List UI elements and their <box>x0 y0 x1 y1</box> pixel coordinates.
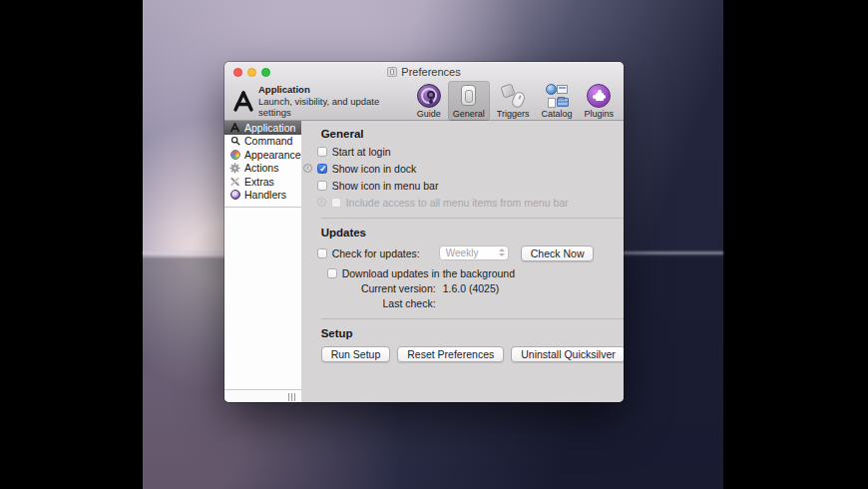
sidebar-item-appearance[interactable]: Appearance <box>224 148 301 162</box>
setting-row-check-for-updates: Check for updates: Weekly Check Now <box>321 244 624 261</box>
run-setup-button[interactable]: Run Setup <box>321 346 391 362</box>
info-icon[interactable]: i <box>303 164 312 173</box>
setting-row-include-access: i Include access to all menu items from … <box>335 197 624 208</box>
section-divider <box>321 318 624 319</box>
setting-row-download-updates: Download updates in the background <box>331 267 624 278</box>
search-icon <box>229 136 240 147</box>
guide-icon <box>417 84 441 108</box>
minimize-button[interactable] <box>247 68 256 77</box>
last-check-row: Last check: <box>321 297 624 308</box>
sidebar-scrollbar[interactable] <box>224 389 301 402</box>
info-icon: i <box>317 198 326 207</box>
update-frequency-select: Weekly <box>439 245 509 260</box>
show-icon-in-menu-bar-checkbox[interactable] <box>317 181 327 191</box>
toolbar: Application Launch, visibility, and upda… <box>224 82 624 120</box>
application-icon <box>232 89 254 113</box>
sidebar-item-handlers[interactable]: Handlers <box>224 189 301 203</box>
toolbar-item-triggers[interactable]: Triggers <box>492 81 535 121</box>
current-version-value: 1.6.0 (4025) <box>443 282 500 294</box>
pane-title: Application <box>258 84 412 95</box>
application-icon <box>229 122 240 133</box>
toolbar-items: Guide General Triggers <box>412 81 619 121</box>
toolbar-item-catalog[interactable]: Catalog <box>536 81 577 121</box>
window-title: Preferences <box>401 66 460 78</box>
section-title-general: General <box>321 128 624 140</box>
plugins-icon <box>587 84 611 108</box>
check-now-button[interactable]: Check Now <box>521 245 595 261</box>
color-wheel-icon <box>229 149 240 160</box>
zoom-button[interactable] <box>261 68 270 77</box>
traffic-lights <box>233 62 270 82</box>
tools-icon <box>229 176 240 187</box>
sidebar-item-command[interactable]: Command <box>224 135 301 149</box>
setup-buttons: Run Setup Reset Preferences Uninstall Qu… <box>321 346 624 362</box>
catalog-icon <box>545 84 569 108</box>
setting-row-show-icon-in-menu-bar: Show icon in menu bar <box>321 180 624 191</box>
window-header: Preferences Application Launch, vis <box>224 62 624 121</box>
toolbar-item-guide[interactable]: Guide <box>412 81 446 121</box>
resize-grip-icon[interactable] <box>288 393 297 401</box>
toolbar-item-plugins[interactable]: Plugins <box>579 81 619 121</box>
sidebar-list: Application Command Appearance <box>224 121 301 208</box>
reset-preferences-button[interactable]: Reset Preferences <box>397 346 504 362</box>
window-proxy-icon <box>387 67 397 77</box>
close-button[interactable] <box>233 68 242 77</box>
setting-row-show-icon-in-dock: i Show icon in dock <box>321 163 624 174</box>
setting-row-start-at-login: Start at login <box>321 146 624 157</box>
sidebar-item-actions[interactable]: Actions <box>224 162 301 176</box>
general-icon <box>457 84 481 108</box>
section-divider <box>321 218 624 219</box>
triggers-icon <box>501 84 525 108</box>
start-at-login-checkbox[interactable] <box>317 147 327 157</box>
settings-pane: General Start at login i Show icon in do… <box>301 121 624 402</box>
preferences-window: Preferences Application Launch, vis <box>224 62 624 402</box>
uninstall-quicksilver-button[interactable]: Uninstall Quicksilver <box>511 346 624 362</box>
title-group: Preferences <box>387 66 460 78</box>
stepper-icon <box>499 248 505 256</box>
sidebar: Application Command Appearance <box>224 121 301 402</box>
pane-info: Application Launch, visibility, and upda… <box>232 84 412 118</box>
handlers-icon <box>229 190 240 201</box>
titlebar: Preferences <box>224 62 624 82</box>
toolbar-item-general[interactable]: General <box>448 81 490 121</box>
download-updates-checkbox[interactable] <box>327 268 337 278</box>
section-title-setup: Setup <box>321 327 624 339</box>
check-for-updates-checkbox[interactable] <box>317 248 327 258</box>
section-title-updates: Updates <box>321 227 624 239</box>
pane-subtitle: Launch, visibility, and update settings <box>258 96 412 118</box>
sidebar-item-extras[interactable]: Extras <box>224 175 301 189</box>
show-icon-in-dock-checkbox[interactable] <box>317 164 327 174</box>
current-version-row: Current version: 1.6.0 (4025) <box>321 282 624 293</box>
sidebar-item-application[interactable]: Application <box>224 121 301 135</box>
include-access-checkbox <box>331 198 341 208</box>
gear-icon <box>229 163 240 174</box>
